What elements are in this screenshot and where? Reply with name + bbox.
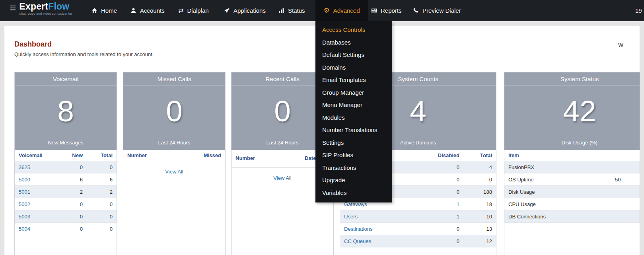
report-icon	[371, 8, 377, 14]
brand-name: ExpertFlow	[19, 2, 72, 11]
nav-item-label: Applications	[233, 7, 266, 14]
session-counter: 19	[635, 0, 642, 21]
cell-total: 0	[459, 177, 492, 183]
panel-table: Voicemail New Total 3625 0 0 5000 6 6 50…	[15, 150, 117, 255]
menu-item-domains[interactable]: Domains	[315, 61, 392, 74]
voicemail-extension-link[interactable]: 3625	[19, 164, 30, 170]
menu-item-access-controls[interactable]: Access Controls	[315, 23, 392, 36]
voicemail-extension-link[interactable]: 5002	[19, 201, 30, 207]
cell-item: DB Connections	[508, 214, 615, 220]
cell-total: 18	[459, 201, 492, 207]
brand-text: ExpertFlow chat, voice and video contact…	[19, 2, 72, 16]
welcome-text: W	[618, 42, 623, 48]
bar-chart-icon	[278, 8, 284, 14]
cell-new: 0	[55, 201, 83, 207]
nav-item-advanced[interactable]: ⚙ Advanced	[315, 0, 368, 21]
cell-voicemail: 3625	[19, 164, 55, 170]
voicemail-extension-link[interactable]: 5004	[19, 226, 30, 232]
panel-table: Item FusionPBX OS Uptime 50 Disk Usage C…	[504, 150, 640, 255]
menu-item-variables[interactable]: Variables	[315, 187, 392, 199]
menu-item-group-manager[interactable]: Group Manager	[315, 86, 392, 99]
phone-icon	[413, 8, 419, 14]
cell-total: 4	[459, 164, 492, 170]
view-all-link[interactable]: View All	[165, 169, 183, 175]
column-header-total: Total	[83, 152, 113, 158]
panel-missed-calls: Missed Calls 0 Last 24 Hours Number Miss…	[123, 72, 226, 255]
view-all-link[interactable]: View All	[273, 175, 291, 181]
brand-logo[interactable]: ≡ ExpertFlow chat, voice and video conta…	[10, 2, 72, 16]
nav-item-preview-dialer[interactable]: Preview Dialer	[413, 0, 461, 21]
voicemail-extension-link[interactable]: 5001	[19, 189, 30, 195]
nav-item-applications[interactable]: Applications	[224, 0, 266, 21]
nav-item-label: Home	[101, 7, 117, 14]
nav-item-home[interactable]: Home	[91, 0, 117, 21]
table-row: 3625 0 0	[15, 161, 117, 173]
table-body: 3625 0 0 5000 6 6 5001 2 2 5002 0 0	[15, 161, 117, 235]
panel-voicemail: Voicemail 8 New Messages Voicemail New T…	[14, 72, 117, 255]
cell-item: CPU Usage	[508, 201, 615, 207]
panel-big-area: 8 New Messages	[15, 86, 117, 150]
view-all-row: View All	[123, 165, 225, 178]
cell-total: 188	[459, 189, 492, 195]
panel-title: System Status	[504, 72, 640, 86]
brand-name-primary: Expert	[19, 1, 48, 12]
menu-item-modules[interactable]: Modules	[315, 111, 392, 124]
menu-bars-icon: ≡	[10, 2, 16, 14]
cell-new: 0	[55, 226, 83, 232]
menu-item-sip-profiles[interactable]: SIP Profiles	[315, 149, 392, 162]
cell-total: 0	[83, 214, 113, 220]
cell-value: 50	[615, 177, 640, 183]
nav-item-dialplan[interactable]: ⇄ Dialplan	[178, 0, 209, 21]
cell-new: 0	[55, 164, 83, 170]
table-header-row: Item	[504, 150, 640, 161]
table-row: Destinations 0 13	[340, 223, 496, 235]
cell-voicemail: 5003	[19, 214, 55, 220]
table-row: Disk Usage	[504, 186, 640, 198]
cell-voicemail: 5002	[19, 201, 55, 207]
table-header-row: Number Missed	[123, 150, 225, 161]
count-item-link[interactable]: Destinations	[344, 226, 373, 232]
count-item-link[interactable]: CC Queues	[344, 238, 371, 244]
cell-item: OS Uptime	[508, 177, 615, 183]
table-row: 5000 6 6	[15, 173, 117, 186]
big-number: 42	[504, 86, 640, 127]
nav-item-label: Dialplan	[187, 7, 208, 14]
cell-disabled: 1	[424, 214, 459, 220]
panel-system-status: System Status 42 Disk Usage (%) Item Fus…	[504, 72, 640, 255]
cell-total: 0	[83, 226, 113, 232]
nav-item-status[interactable]: Status	[278, 0, 305, 21]
cell-disabled: 0	[424, 164, 459, 170]
table-row: Users 1 10	[340, 210, 496, 223]
nav-item-accounts[interactable]: Accounts	[130, 0, 165, 21]
advanced-dropdown-menu: Access Controls Databases Default Settin…	[315, 21, 392, 202]
menu-item-transactions[interactable]: Transactions	[315, 162, 392, 174]
cell-total: 0	[83, 164, 113, 170]
big-label: Last 24 Hours	[123, 140, 225, 146]
cell-item: CC Queues	[344, 238, 424, 244]
column-header-missed: Missed	[193, 152, 221, 158]
cell-item: FusionPBX	[508, 164, 615, 170]
menu-item-settings[interactable]: Settings	[315, 136, 392, 149]
nav-item-label: Preview Dialer	[422, 7, 461, 14]
menu-item-upgrade[interactable]: Upgrade	[315, 174, 392, 187]
voicemail-extension-link[interactable]: 5003	[19, 214, 30, 220]
nav-item-label: Accounts	[140, 7, 165, 14]
brand-name-secondary: Flow	[48, 1, 69, 12]
cell-item: Users	[344, 214, 424, 220]
voicemail-extension-link[interactable]: 5000	[19, 177, 30, 183]
menu-item-menu-manager[interactable]: Menu Manager	[315, 99, 392, 111]
menu-item-number-translations[interactable]: Number Translations	[315, 124, 392, 136]
page-subtitle: Quickly access information and tools rel…	[14, 51, 154, 57]
brand-tagline: chat, voice and video contactcenter	[19, 12, 72, 16]
panel-table: Number Missed View All	[123, 150, 225, 255]
count-item-link[interactable]: Users	[344, 214, 358, 220]
cell-total: 12	[459, 238, 492, 244]
nav-item-reports[interactable]: Reports	[371, 0, 402, 21]
table-row: 5003 0 0	[15, 210, 117, 223]
cell-disabled: 0	[424, 189, 459, 195]
menu-item-databases[interactable]: Databases	[315, 36, 392, 49]
column-header-total: Total	[459, 152, 492, 158]
cell-total: 6	[83, 177, 113, 183]
menu-item-default-settings[interactable]: Default Settings	[315, 49, 392, 61]
menu-item-email-templates[interactable]: Email Templates	[315, 74, 392, 86]
